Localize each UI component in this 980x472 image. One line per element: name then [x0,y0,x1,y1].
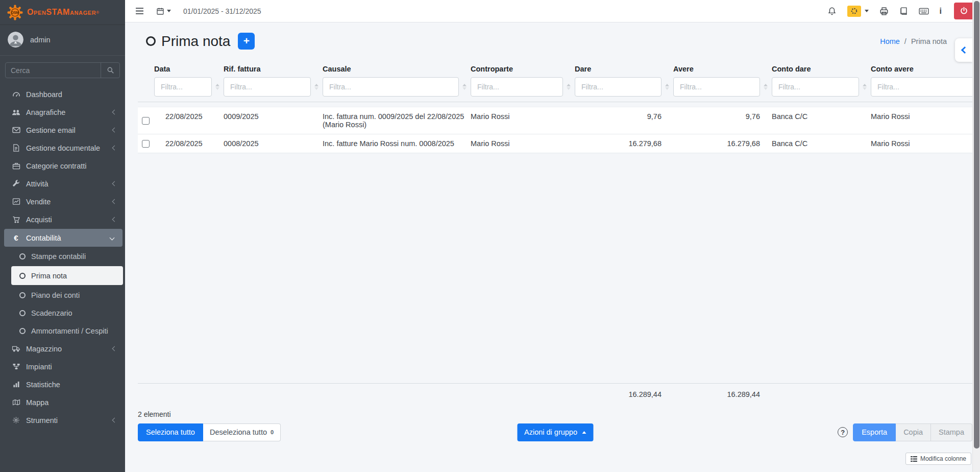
printer-icon [879,7,889,16]
column-header-data[interactable]: Data [154,65,224,73]
search-input[interactable] [6,63,101,78]
truck-icon [11,345,21,352]
sort-icons[interactable] [314,84,321,90]
sort-icons[interactable] [567,84,573,90]
table-list-icon [911,456,917,462]
column-header-conto-dare[interactable]: Conto dare [772,65,871,73]
sidebar-item-dashboard[interactable]: Dashboard [0,85,125,103]
search-icon [107,66,114,74]
chart-line-icon [11,198,21,205]
sidebar-item-piano-dei-conti[interactable]: Piano dei conti [0,286,125,304]
notifications-button[interactable] [827,7,837,16]
sort-icons[interactable] [462,84,469,90]
circle-icon [19,292,26,298]
filter-rif-fattura-input[interactable] [224,77,311,97]
sidebar-item-attivita[interactable]: Attività [0,175,125,193]
sort-icons[interactable] [764,84,770,90]
chevron-left-icon [112,110,117,115]
caret-down-icon [167,10,171,12]
hamburger-icon [135,7,144,15]
chevron-left-icon [112,217,117,222]
export-button[interactable]: Esporta [853,423,896,441]
sort-icons[interactable] [863,84,869,90]
content: Prima nota + Home / Prima nota Data Rif.… [125,22,980,472]
sidebar-item-categorie-contratti[interactable]: Categorie contratti [0,157,125,175]
chevron-left-icon [112,199,117,204]
sidebar-item-strumenti[interactable]: Strumenti [0,411,125,429]
search-button[interactable] [101,63,119,78]
sort-icons[interactable] [665,84,671,90]
sort-icons[interactable] [215,84,222,90]
add-record-button[interactable]: + [238,33,255,50]
wrench-icon [11,180,21,187]
logout-button[interactable] [954,3,974,19]
collapse-panel-button[interactable] [955,38,972,62]
sidebar-item-contabilita[interactable]: € Contabilità [4,229,122,247]
sidebar-item-mappa[interactable]: Mappa [0,393,125,411]
deselect-all-button[interactable]: Deseleziona tutto 0 [203,423,281,441]
sidebar-item-acquisti[interactable]: Acquisti [0,210,125,228]
sidebar-item-gestione-email[interactable]: Gestione email [0,121,125,139]
shopping-cart-icon [11,216,21,223]
print-button[interactable] [879,7,889,16]
table-totals-row: 16.289,44 16.289,44 [138,383,972,398]
chevron-left-icon [112,128,117,133]
sidebar-item-statistiche[interactable]: Statistiche [0,375,125,393]
filter-conto-avere-input[interactable] [871,77,976,97]
table-row[interactable]: 22/08/2025 0008/2025 Inc. fatture Mario … [138,134,972,153]
filter-data-input[interactable] [154,77,212,97]
table-body: 22/08/2025 0009/2025 Inc. fattura num. 0… [138,107,972,153]
sidebar-item-scadenzario[interactable]: Scadenzario [0,304,125,322]
edit-columns-button[interactable]: Modifica colonne [905,453,971,465]
calendar-dropdown-button[interactable] [156,7,171,15]
sidebar-item-gestione-documentale[interactable]: Gestione documentale [0,139,125,157]
column-header-rif-fattura[interactable]: Rif. fattura [224,65,323,73]
bar-chart-icon [11,381,21,388]
user-panel[interactable]: admin [0,25,125,56]
brand-registered-mark: ® [96,10,99,15]
print-table-button[interactable]: Stampa [931,423,972,441]
date-range-label[interactable]: 01/01/2025 - 31/12/2025 [183,7,261,15]
table-header-row: Data Rif. fattura Causale Controparte Da… [138,65,972,73]
copy-button[interactable]: Copia [896,423,931,441]
info-button[interactable]: i [940,7,942,16]
column-header-dare[interactable]: Dare [575,65,673,73]
sidebar-item-magazzino[interactable]: Magazzino [0,340,125,358]
sidebar-item-prima-nota[interactable]: Prima nota [11,266,123,285]
filter-dare-input[interactable] [575,77,662,97]
filter-causale-input[interactable] [323,77,459,97]
user-name: admin [30,36,51,44]
sidebar-item-stampe-contabili[interactable]: Stampe contabili [0,247,125,265]
sidebar-item-ammortamenti-cespiti[interactable]: Ammortamenti / Cespiti [0,322,125,340]
filter-conto-dare-input[interactable] [772,77,859,97]
sidebar-item-impianti[interactable]: Impianti [0,358,125,375]
help-icon[interactable]: ? [838,427,848,437]
filter-controparte-input[interactable] [471,77,563,97]
total-avere: 16.289,44 [673,384,772,398]
breadcrumb-home-link[interactable]: Home [880,37,900,45]
scrollbar-thumb[interactable] [974,1,979,449]
sidebar-item-anagrafiche[interactable]: Anagrafiche [0,103,125,121]
hamburger-menu-button[interactable] [135,7,144,15]
select-all-button[interactable]: Seleziona tutto [138,423,203,441]
column-header-controparte[interactable]: Controparte [471,65,575,73]
status-badge-dropdown[interactable] [847,6,869,17]
group-actions-button[interactable]: Azioni di gruppo [517,423,593,441]
filter-avere-input[interactable] [673,77,760,97]
table-filter-row [138,77,972,102]
envelope-icon [11,127,21,133]
total-dare: 16.289,44 [575,384,673,398]
register-button[interactable] [899,7,908,15]
row-checkbox[interactable] [142,140,150,148]
column-header-conto-avere[interactable]: Conto avere [871,65,972,73]
row-checkbox[interactable] [142,117,150,125]
shortcuts-button[interactable] [919,8,929,15]
brand-logo[interactable]: OSM OpenSTAManager® [0,0,125,25]
breadcrumb-current: Prima nota [911,37,947,45]
tachometer-icon [11,90,21,99]
column-header-avere[interactable]: Avere [673,65,772,73]
circle-icon [19,273,26,279]
column-header-causale[interactable]: Causale [323,65,471,73]
sidebar-item-vendite[interactable]: Vendite [0,193,125,210]
table-row[interactable]: 22/08/2025 0009/2025 Inc. fattura num. 0… [138,107,972,134]
